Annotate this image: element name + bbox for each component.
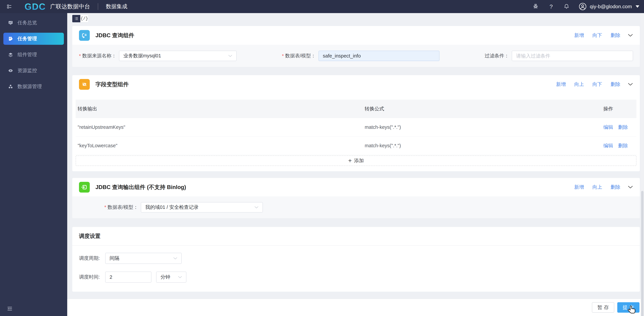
schedule-cycle-field: 调度周期: 间隔 <box>79 253 633 264</box>
schedule-cycle-select[interactable]: 间隔 <box>105 253 182 264</box>
row-actions: 编辑 删除 <box>601 143 636 149</box>
nav-data-integration[interactable]: 数据集成 <box>106 3 128 10</box>
collapse-card-button[interactable] <box>628 34 633 37</box>
sidebar-item-resource-monitor[interactable]: 资源监控 <box>3 65 64 77</box>
header-right: ? qiy-b@glodon.com <box>524 2 644 10</box>
card-actions: 新增 向上 删除 <box>566 184 633 190</box>
delete-component-link[interactable]: 删除 <box>610 32 620 39</box>
bell-icon <box>564 3 570 9</box>
add-component-link[interactable]: 新增 <box>574 184 584 190</box>
sidebar-item-datasource-management[interactable]: 数据源管理 <box>3 81 64 93</box>
collapse-card-button[interactable] <box>628 185 633 189</box>
card-title: 字段变型组件 <box>96 81 129 88</box>
move-up-link[interactable]: 向上 <box>592 184 602 190</box>
user-menu[interactable]: qiy-b@glodon.com <box>579 2 639 10</box>
add-transform-row-button[interactable]: + 添加 <box>76 156 636 166</box>
sidebar: 任务总览 任务管理 组件管理 <box>0 13 67 316</box>
datasource-value: 业务数据mysql01 <box>123 52 228 59</box>
schedule-time-input[interactable] <box>105 272 152 283</box>
chevron-down-icon <box>228 55 232 57</box>
schedule-unit-select[interactable]: 分钟 <box>156 272 186 283</box>
filter-label: 过滤条件： <box>485 52 509 59</box>
plus-icon: + <box>348 158 352 164</box>
output-cell: "keyToLowercase" <box>76 143 363 149</box>
output-table-model-value: 我的域01 / 安全检查记录 <box>145 204 254 211</box>
move-down-link[interactable]: 向下 <box>592 81 602 88</box>
datasource-select[interactable]: 业务数据mysql01 <box>119 51 237 61</box>
sidebar-item-label: 任务总览 <box>18 19 37 26</box>
scrollbar-track[interactable] <box>641 13 644 316</box>
formula-cell: match-keys(".*.") <box>363 125 601 130</box>
output-table-model-label: *数据表/模型： <box>79 204 138 211</box>
sidebar-item-label: 数据源管理 <box>18 83 42 90</box>
app-root: GDC 广联达数据中台 数据集成 ? <box>0 0 644 316</box>
sidebar-item-task-overview[interactable]: 任务总览 <box>3 17 64 29</box>
required-mark: * <box>79 53 81 59</box>
delete-row-link[interactable]: 删除 <box>618 143 628 149</box>
delete-component-link[interactable]: 删除 <box>610 81 620 88</box>
table-row: "retainUpstreamKeys" match-keys(".*.") 编… <box>76 118 636 137</box>
required-mark: * <box>104 204 106 210</box>
schedule-time-field: 调度时间: 分钟 <box>79 272 633 283</box>
save-draft-button[interactable]: 暂 存 <box>592 302 614 313</box>
schedule-unit-value: 分钟 <box>160 274 178 281</box>
task-edit-icon <box>8 36 13 41</box>
required-mark: * <box>282 53 284 59</box>
table-model-label: 数据表/模型： <box>285 52 316 59</box>
schedule-time-label: 调度时间: <box>79 274 105 281</box>
jdbc-output-card-body: *数据表/模型： 我的域01 / 安全检查记录 <box>72 196 640 218</box>
dashboard-icon <box>8 20 13 25</box>
sidebar-item-label: 任务管理 <box>18 35 37 42</box>
filter-input[interactable] <box>512 51 633 61</box>
collapse-card-button[interactable] <box>628 83 633 86</box>
chevron-down-icon <box>173 257 177 260</box>
edit-row-link[interactable]: 编辑 <box>603 143 613 149</box>
help-button[interactable]: ? <box>548 3 554 10</box>
add-component-link[interactable]: 新增 <box>574 32 584 39</box>
col-header-output: 转换输出 <box>76 106 363 112</box>
col-header-actions: 操作 <box>601 106 636 112</box>
sidebar-menu: 任务总览 任务管理 组件管理 <box>0 13 67 93</box>
jdbc-output-icon <box>79 182 90 192</box>
submit-button[interactable]: 提 交 <box>617 302 640 313</box>
tab-form-view[interactable] <box>72 15 80 22</box>
field-transform-card-header: 字段变型组件 新增 向上 向下 删除 <box>72 75 640 94</box>
table-header-row: 转换输出 转换公式 操作 <box>76 100 636 118</box>
chevron-down-icon <box>636 5 639 8</box>
filter-field: 过滤条件： <box>485 51 633 61</box>
move-down-link[interactable]: 向下 <box>592 32 602 39</box>
tab-code-view[interactable]: {/} <box>80 15 88 22</box>
layout-grid-icon <box>6 4 12 9</box>
layout-switch-button[interactable] <box>0 4 18 9</box>
notifications-button[interactable] <box>563 3 570 10</box>
delete-row-link[interactable]: 删除 <box>618 124 628 131</box>
edit-row-link[interactable]: 编辑 <box>603 124 613 131</box>
delete-component-link[interactable]: 删除 <box>610 184 620 190</box>
output-table-model-field: *数据表/模型： 我的域01 / 安全检查记录 <box>79 202 263 212</box>
col-header-formula: 转换公式 <box>363 106 601 112</box>
scrollbar-thumb[interactable] <box>641 191 644 316</box>
user-email: qiy-b@glodon.com <box>590 4 632 9</box>
header-divider <box>98 3 98 10</box>
gdc-logo: GDC <box>24 1 46 12</box>
sidebar-collapse-icon[interactable] <box>7 306 13 312</box>
card-actions: 新增 向下 删除 <box>566 32 633 39</box>
bug-report-button[interactable] <box>532 3 539 10</box>
schedule-card-body: 调度周期: 间隔 调度时间: 分钟 <box>72 246 640 292</box>
jdbc-output-card-header: JDBC 查询输出组件 (不支持 Binlog) 新增 向上 删除 <box>72 178 640 196</box>
schedule-cycle-label: 调度周期: <box>79 255 105 262</box>
sidebar-item-label: 资源监控 <box>18 67 37 74</box>
schedule-card-header: 调度设置 <box>72 227 640 246</box>
sidebar-item-component-management[interactable]: 组件管理 <box>3 49 64 61</box>
sidebar-item-task-management[interactable]: 任务管理 <box>3 33 64 45</box>
output-table-model-select[interactable]: 我的域01 / 安全检查记录 <box>141 202 263 212</box>
chevron-down-icon <box>178 276 182 278</box>
eye-icon <box>8 68 13 73</box>
jdbc-query-card-header: JDBC 查询组件 新增 向下 删除 <box>72 26 640 45</box>
add-component-link[interactable]: 新增 <box>556 81 566 88</box>
move-up-link[interactable]: 向上 <box>574 81 584 88</box>
table-model-input[interactable] <box>318 51 440 61</box>
output-cell: "retainUpstreamKeys" <box>76 125 363 130</box>
jdbc-output-card: JDBC 查询输出组件 (不支持 Binlog) 新增 向上 删除 *数据表/模… <box>72 178 640 218</box>
jdbc-query-icon <box>79 30 90 41</box>
